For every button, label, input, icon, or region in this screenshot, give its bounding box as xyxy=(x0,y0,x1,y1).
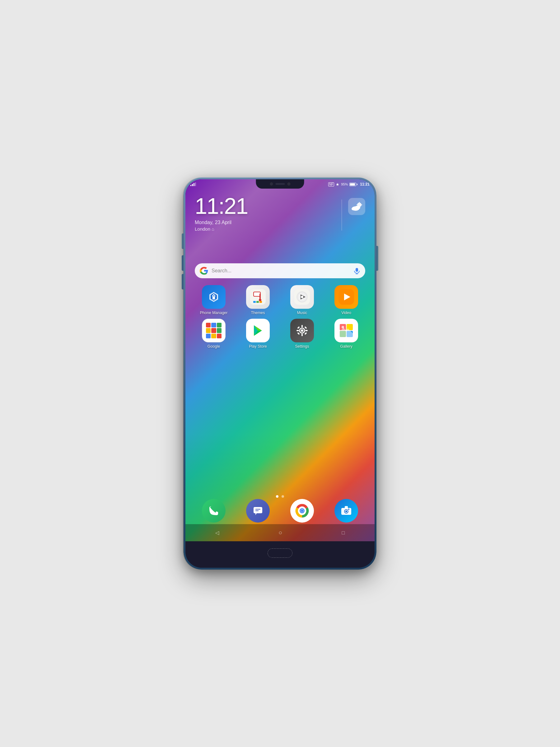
app-video[interactable]: Video xyxy=(331,285,362,315)
settings-label: Settings xyxy=(295,344,309,349)
dock-camera[interactable] xyxy=(331,499,362,522)
google-label: Google xyxy=(208,344,220,349)
svg-rect-9 xyxy=(355,268,358,272)
svg-point-54 xyxy=(301,510,303,512)
signal-bars xyxy=(190,182,196,186)
battery-icon xyxy=(349,183,357,186)
google-icon xyxy=(202,319,225,342)
svg-rect-46 xyxy=(254,507,262,513)
dock-phone[interactable] xyxy=(198,499,229,522)
status-right: NF ★ 95% 11:21 xyxy=(328,182,370,187)
phone-screen: NF ★ 95% 11:21 11:21 Monday, 23 Ap xyxy=(185,179,375,541)
bluetooth-icon: ★ xyxy=(336,182,340,187)
themes-label: Themes xyxy=(251,311,265,315)
google-logo xyxy=(200,266,209,275)
nav-recents[interactable]: □ xyxy=(337,527,350,538)
svg-marker-49 xyxy=(256,513,257,515)
svg-point-7 xyxy=(351,207,356,210)
svg-point-24 xyxy=(301,296,303,298)
app-google[interactable]: Google xyxy=(198,319,229,349)
svg-rect-34 xyxy=(305,330,308,331)
location-icon: ⌂ xyxy=(212,227,214,232)
phone-manager-label: Phone Manager xyxy=(200,311,228,315)
app-play-store[interactable]: Play Store xyxy=(242,319,273,349)
svg-rect-31 xyxy=(301,325,303,328)
dock-camera-icon xyxy=(335,499,358,522)
phone-inner: NF ★ 95% 11:21 11:21 Monday, 23 Ap xyxy=(185,179,375,568)
dock-messages-icon xyxy=(246,499,270,522)
app-row-2: Google xyxy=(192,319,368,349)
dock-phone-icon xyxy=(202,499,225,522)
video-icon xyxy=(335,285,358,309)
svg-rect-38 xyxy=(304,332,307,335)
svg-rect-16 xyxy=(260,293,261,300)
search-bar[interactable]: Search... xyxy=(195,263,365,278)
sensor-dot xyxy=(287,182,290,185)
sensor-bar xyxy=(275,183,285,185)
clock-left: 11:21 Monday, 23 April London ⌂ xyxy=(195,195,336,232)
dock-chrome[interactable] xyxy=(287,499,318,522)
svg-point-30 xyxy=(301,329,303,332)
app-grid: Phone Manager xyxy=(192,285,368,352)
date-display: Monday, 23 April xyxy=(195,220,336,225)
dot-1 xyxy=(276,495,278,498)
location-text: London xyxy=(195,226,210,232)
app-gallery[interactable]: Gallery xyxy=(331,319,362,349)
time-display: 11:21 xyxy=(195,195,336,217)
settings-icon xyxy=(290,319,314,342)
app-themes[interactable]: Themes xyxy=(242,285,273,315)
page-dots xyxy=(185,495,375,498)
google-grid xyxy=(206,323,221,338)
dock-messages[interactable] xyxy=(242,499,273,522)
app-row-1: Phone Manager xyxy=(192,285,368,315)
nav-home[interactable]: ○ xyxy=(273,526,287,539)
nav-bar: ◁ ○ □ xyxy=(185,524,375,541)
battery-percent: 95% xyxy=(341,182,348,186)
svg-rect-17 xyxy=(259,299,261,301)
svg-rect-32 xyxy=(301,334,303,336)
clock-divider xyxy=(342,200,342,231)
svg-rect-18 xyxy=(253,301,256,303)
svg-rect-35 xyxy=(297,326,300,329)
gallery-label: Gallery xyxy=(340,344,352,349)
front-camera xyxy=(270,182,273,185)
weather-widget xyxy=(348,198,365,215)
bottom-bar xyxy=(185,541,375,568)
play-store-icon xyxy=(246,319,270,342)
phone-notch xyxy=(256,179,304,189)
app-settings[interactable]: Settings xyxy=(287,319,318,349)
app-music[interactable]: Music xyxy=(287,285,318,315)
svg-rect-15 xyxy=(254,292,260,296)
svg-rect-36 xyxy=(304,326,307,329)
themes-icon xyxy=(246,285,270,309)
status-left xyxy=(190,182,196,186)
dot-2 xyxy=(282,495,284,498)
dock xyxy=(192,499,368,522)
status-time: 11:21 xyxy=(360,182,370,186)
signal-bar-4 xyxy=(195,182,196,186)
play-store-label: Play Store xyxy=(249,344,267,349)
location-display: London ⌂ xyxy=(195,226,336,232)
home-button[interactable] xyxy=(268,548,292,558)
svg-rect-12 xyxy=(212,296,215,300)
dock-chrome-icon xyxy=(290,499,314,522)
search-placeholder: Search... xyxy=(212,268,350,274)
svg-point-60 xyxy=(348,509,349,510)
nav-back[interactable]: ◁ xyxy=(210,527,224,538)
music-label: Music xyxy=(297,311,308,315)
svg-point-59 xyxy=(345,511,347,512)
svg-rect-33 xyxy=(296,330,299,331)
svg-rect-19 xyxy=(256,301,259,303)
clock-area: 11:21 Monday, 23 April London ⌂ xyxy=(185,195,375,232)
weather-icon xyxy=(348,198,365,215)
phone-manager-icon xyxy=(202,285,225,309)
signal-bar-1 xyxy=(190,185,191,186)
signal-bar-2 xyxy=(192,184,193,186)
mic-icon[interactable] xyxy=(353,267,360,274)
svg-rect-56 xyxy=(345,506,348,509)
signal-bar-3 xyxy=(193,183,194,186)
svg-rect-37 xyxy=(297,332,300,335)
app-phone-manager[interactable]: Phone Manager xyxy=(198,285,229,315)
music-icon xyxy=(290,285,314,309)
nfc-indicator: NF xyxy=(328,182,334,186)
